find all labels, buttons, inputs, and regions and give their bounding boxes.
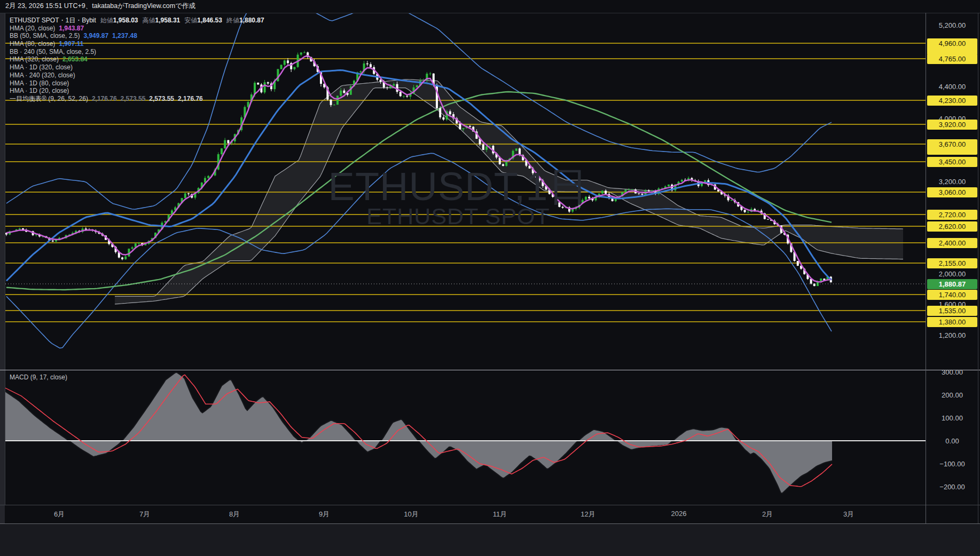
time-axis-label[interactable]: 2026 xyxy=(663,510,695,518)
ohlc-label: 高値 xyxy=(143,17,155,24)
ohlc-value: 1,880.87 xyxy=(239,17,264,24)
indicator-value: 2,573.55 xyxy=(149,95,174,102)
price-axis-label: 300.00 xyxy=(927,367,977,377)
time-axis-label[interactable]: 8月 xyxy=(218,510,250,519)
price-axis-label: 2,000.00 xyxy=(927,269,977,279)
snapshot-attribution-text: 2月 23, 2026 15:51 UTC+9、takatabaがTrading… xyxy=(5,2,195,10)
ohlc-label: 安値 xyxy=(184,17,197,24)
indicator-label: HMA · 1D (20, close) xyxy=(10,87,69,94)
time-axis-label[interactable]: 3月 xyxy=(833,510,865,519)
indicator-label: BB · 240 (50, SMA, close, 2.5) xyxy=(10,48,96,55)
indicator-legend-row[interactable]: HMA (20, close)1,943.87 xyxy=(10,25,264,33)
ohlc-value: 1,958.31 xyxy=(155,17,181,24)
footer-bar: TradingView xyxy=(0,524,980,556)
price-level-label: 2,400.00 xyxy=(927,238,977,248)
indicator-legend-row[interactable]: HMA · 1D (320, close) xyxy=(10,63,264,72)
ohlc-value: 1,846.53 xyxy=(197,17,222,24)
price-level-label: 3,060.00 xyxy=(927,187,977,197)
price-level-label: 2,620.00 xyxy=(927,221,977,232)
indicator-label: HMA (320, close) xyxy=(10,55,59,63)
price-level-label: 1,740.00 xyxy=(927,290,977,300)
price-level-label: 2,155.00 xyxy=(927,258,977,268)
price-axis-label: 5,200.00 xyxy=(927,20,977,30)
price-level-label: 1,535.00 xyxy=(927,306,977,316)
time-axis-label[interactable]: 11月 xyxy=(484,510,516,519)
indicator-value: 2,176.76 xyxy=(92,95,117,102)
indicator-legend-row[interactable]: BB · 240 (50, SMA, close, 2.5) xyxy=(10,48,264,56)
indicator-legend-row[interactable]: HMA · 1D (80, close) xyxy=(10,80,264,88)
indicator-label: HMA · 1D (80, close) xyxy=(10,80,69,87)
indicator-value: 1,907.11 xyxy=(59,40,83,47)
time-axis-label[interactable]: 9月 xyxy=(308,510,340,519)
price-axis-label: 3,200.00 xyxy=(927,177,977,187)
time-axis-label[interactable]: 7月 xyxy=(129,510,161,519)
indicator-legend-row[interactable]: BB (50, SMA, close, 2.5)3,949.871,237.48 xyxy=(10,32,264,40)
price-axis-label: 200.00 xyxy=(927,390,977,400)
price-axis-label: −200.00 xyxy=(927,482,977,492)
indicator-legend: ETHUSDT SPOT・1日・Bybit始値1,958.03高値1,958.3… xyxy=(10,17,264,103)
indicator-label: 一目均衡表® (9, 26, 52, 26) xyxy=(10,95,88,102)
ohlc-label: 始値 xyxy=(100,17,113,24)
time-axis-top-border xyxy=(0,505,980,505)
indicator-value: 2,653.84 xyxy=(62,55,88,63)
indicator-label: HMA · 1D (320, close) xyxy=(10,63,73,71)
indicator-label: BB (50, SMA, close, 2.5) xyxy=(10,32,80,39)
indicator-legend-row[interactable]: HMA · 1D (20, close) xyxy=(10,87,264,95)
window-right-border xyxy=(978,13,978,523)
price-axis-border xyxy=(926,13,926,523)
price-level-label: 4,960.00 xyxy=(927,38,977,49)
price-axis-label: 100.00 xyxy=(927,413,977,423)
symbol-watermark-line2: ETHUSDT SPOT xyxy=(366,203,550,229)
symbol-title[interactable]: ETHUSDT SPOT・1日・Bybit xyxy=(10,17,96,24)
pane-left-border xyxy=(5,13,5,505)
ohlc-value: 1,958.03 xyxy=(113,17,138,24)
pane-top-border xyxy=(0,13,980,13)
indicator-value: 1,943.87 xyxy=(59,25,84,32)
price-level-label: 2,720.00 xyxy=(927,210,977,220)
price-level-label: 3,450.00 xyxy=(927,157,977,167)
time-axis-label[interactable]: 6月 xyxy=(43,510,75,519)
time-axis-label[interactable]: 2月 xyxy=(751,510,783,519)
indicator-legend-row[interactable]: HMA (320, close)2,653.84 xyxy=(10,55,264,63)
indicator-legend-row[interactable]: HMA (80, close)1,907.11 xyxy=(10,40,264,48)
indicator-label: HMA (20, close) xyxy=(10,25,55,32)
tradingview-chart-window: 2月 23, 2026 15:51 UTC+9、takatabaがTrading… xyxy=(0,0,980,556)
current-price-label: 1,880.87 xyxy=(927,279,977,289)
indicator-legend-row[interactable]: 一目均衡表® (9, 26, 52, 26)2,176.762,573.552,… xyxy=(10,95,264,103)
symbol-legend-row[interactable]: ETHUSDT SPOT・1日・Bybit始値1,958.03高値1,958.3… xyxy=(10,17,264,25)
price-axis-label: 4,400.00 xyxy=(927,82,977,92)
indicator-label: HMA · 240 (320, close) xyxy=(10,72,75,79)
indicator-value: 2,176.76 xyxy=(178,95,203,102)
price-level-label: 3,670.00 xyxy=(927,139,977,149)
price-level-label: 1,380.00 xyxy=(927,317,977,327)
macd-legend-row[interactable]: MACD (9, 17, close) xyxy=(10,374,67,381)
price-axis-label: 0.00 xyxy=(927,436,977,446)
time-axis-label[interactable]: 10月 xyxy=(395,510,427,519)
time-axis-bottom-border xyxy=(0,523,980,524)
left-gutter xyxy=(0,13,5,524)
price-axis-label: 1,200.00 xyxy=(927,330,977,340)
price-level-label: 4,230.00 xyxy=(927,96,977,106)
time-axis-label[interactable]: 12月 xyxy=(572,510,604,519)
indicator-label: HMA (80, close) xyxy=(10,40,55,47)
pane-separator[interactable] xyxy=(0,370,980,370)
indicator-value: 3,949.87 xyxy=(83,32,108,39)
ohlc-label: 終値 xyxy=(226,17,239,24)
price-axis-label: −100.00 xyxy=(927,459,977,469)
snapshot-attribution-bar: 2月 23, 2026 15:51 UTC+9、takatabaがTrading… xyxy=(0,0,980,13)
price-level-label: 4,765.00 xyxy=(927,54,977,64)
indicator-value: 2,573.55 xyxy=(121,95,146,102)
price-level-label: 3,920.00 xyxy=(927,120,977,130)
indicator-value: 1,237.48 xyxy=(112,32,137,39)
indicator-legend-row[interactable]: HMA · 240 (320, close) xyxy=(10,72,264,80)
